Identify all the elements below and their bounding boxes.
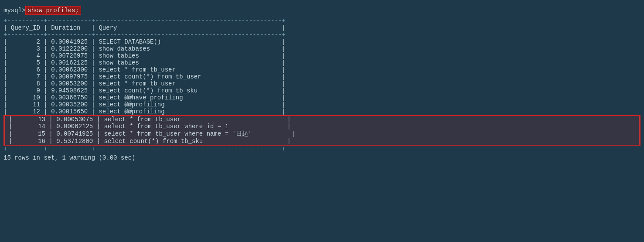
table-row-highlighted: | 13 | 0.00053075 | select * from tb_use… (4, 116, 640, 123)
table-row: | 12 | 0.00015650 | select @@profiling | (0, 108, 644, 115)
table-row: | 11 | 0.00035200 | select @@profiling | (0, 101, 644, 108)
table-row: | 4 | 0.00726975 | show tables | (0, 52, 644, 59)
table-row: | 2 | 0.00041925 | SELECT DATABASE() | (0, 38, 644, 45)
table-header: | Query_ID | Duration | Query | (0, 24, 644, 31)
table-row-highlighted: | 15 | 0.00741925 | select * from tb_use… (4, 130, 640, 138)
table-row: | 7 | 0.00097975 | select count(*) from … (0, 73, 644, 80)
table-row-highlighted: | 16 | 9.53712800 | select count(*) from… (4, 138, 640, 145)
table-row: | 6 | 0.00062300 | select * from tb_user… (0, 66, 644, 73)
table-rows-container: | 2 | 0.00041925 | SELECT DATABASE() || … (0, 38, 644, 146)
table-row-highlighted: | 14 | 0.00062125 | select * from tb_use… (4, 123, 640, 130)
prompt-text: mysql> (3, 7, 25, 14)
table-top-border: +----------+------------+---------------… (0, 17, 644, 24)
terminal: mysql> show profiles; +----------+------… (0, 3, 644, 165)
footer-line: 15 rows in set, 1 warning (0.00 sec) (0, 153, 644, 163)
table-mid-border: +----------+------------+---------------… (0, 31, 644, 38)
table-row: | 3 | 0.01222200 | show databases | (0, 45, 644, 52)
table-row: | 10 | 0.00366750 | select @@have_profil… (0, 94, 644, 101)
table-bottom-border: +----------+------------+---------------… (0, 146, 644, 153)
table-row: | 9 | 9.94508625 | select count(*) from … (0, 87, 644, 94)
prompt-line: mysql> show profiles; (0, 5, 644, 16)
table-row: | 8 | 0.00053200 | select * from tb_user… (0, 80, 644, 87)
command-text: show profiles; (25, 6, 81, 15)
table-row: | 5 | 0.00162125 | show tables | (0, 59, 644, 66)
